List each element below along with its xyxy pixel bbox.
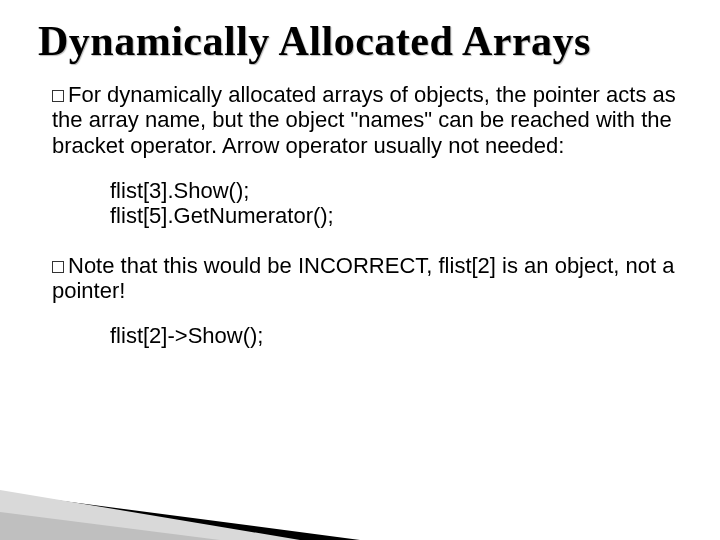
p1-rest: dynamically allocated arrays of objects,… — [52, 82, 676, 158]
corner-decoration — [0, 450, 360, 540]
bullet-icon — [52, 90, 64, 102]
p2-lead: Note — [68, 253, 114, 278]
code1-line1: flist[3].Show(); — [110, 178, 249, 203]
p2-rest: that this would be INCORRECT, flist[2] i… — [52, 253, 675, 303]
code2-line1: flist[2]->Show(); — [110, 323, 263, 348]
svg-marker-0 — [0, 498, 360, 540]
svg-marker-1 — [0, 490, 300, 540]
slide-body: For dynamically allocated arrays of obje… — [52, 82, 682, 348]
code1-line2: flist[5].GetNumerator(); — [110, 203, 334, 228]
p1-lead: For — [68, 82, 101, 107]
slide-title: Dynamically Allocated Arrays — [38, 18, 682, 64]
svg-marker-2 — [0, 512, 220, 540]
paragraph-2: Note that this would be INCORRECT, flist… — [52, 253, 682, 304]
slide: Dynamically Allocated Arrays For dynamic… — [0, 0, 720, 540]
code-block-2: flist[2]->Show(); — [110, 323, 682, 348]
bullet-icon — [52, 261, 64, 273]
paragraph-1: For dynamically allocated arrays of obje… — [52, 82, 682, 158]
code-block-1: flist[3].Show(); flist[5].GetNumerator()… — [110, 178, 682, 229]
